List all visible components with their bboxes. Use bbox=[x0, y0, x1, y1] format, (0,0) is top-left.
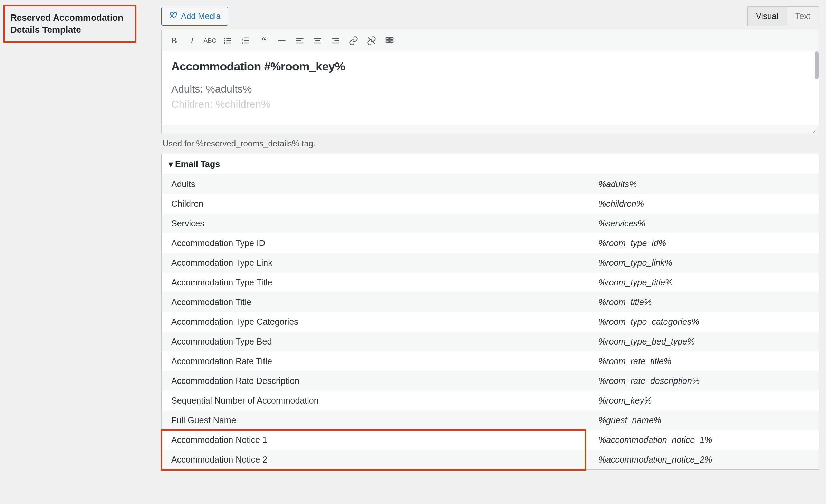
tag-label: Accommodation Type ID bbox=[162, 233, 589, 253]
svg-rect-19 bbox=[314, 43, 321, 43]
email-tags-title: Email Tags bbox=[175, 159, 220, 169]
editor-toolbar: B I ABC 123 “ bbox=[162, 30, 819, 51]
tag-label: Accommodation Title bbox=[162, 292, 589, 312]
tag-value: %room_type_categories% bbox=[589, 312, 819, 332]
tag-label: Accommodation Type Bed bbox=[162, 332, 589, 351]
tab-text[interactable]: Text bbox=[787, 7, 819, 26]
svg-rect-18 bbox=[315, 40, 320, 41]
svg-rect-12 bbox=[244, 43, 249, 43]
svg-rect-2 bbox=[226, 38, 231, 39]
add-media-button[interactable]: Add Media bbox=[161, 7, 228, 26]
triangle-down-icon: ▾ bbox=[169, 159, 173, 169]
tag-value: %children% bbox=[589, 194, 819, 214]
align-right-icon[interactable] bbox=[327, 34, 344, 48]
table-row: Children%children% bbox=[162, 194, 819, 214]
editor-line-1: Adults: %adults% bbox=[171, 81, 809, 97]
tag-value: %guest_name% bbox=[589, 410, 819, 430]
italic-icon[interactable]: I bbox=[184, 34, 200, 48]
align-center-icon[interactable] bbox=[309, 34, 326, 48]
tag-label: Adults bbox=[162, 174, 589, 194]
tag-value: %room_rate_title% bbox=[589, 351, 819, 371]
svg-rect-4 bbox=[226, 40, 231, 41]
tag-value: %room_type_link% bbox=[589, 253, 819, 273]
highlight-annotation bbox=[161, 429, 586, 471]
svg-rect-28 bbox=[390, 38, 391, 39]
tag-value: %accommodation_notice_2% bbox=[589, 450, 819, 469]
svg-rect-16 bbox=[296, 43, 304, 43]
editor-line-2: Children: %children% bbox=[171, 97, 809, 112]
table-row: Accommodation Type Categories%room_type_… bbox=[162, 312, 819, 332]
table-row: Accommodation Type Bed%room_type_bed_typ… bbox=[162, 332, 819, 351]
tag-value: %room_title% bbox=[589, 292, 819, 312]
svg-rect-34 bbox=[390, 41, 391, 42]
scrollbar-thumb[interactable] bbox=[815, 51, 819, 79]
quote-icon[interactable]: “ bbox=[256, 34, 272, 48]
editor-heading: Accommodation #%room_key% bbox=[171, 60, 809, 73]
editor-content[interactable]: Accommodation #%room_key% Adults: %adult… bbox=[162, 51, 819, 125]
tag-value: %services% bbox=[589, 214, 819, 233]
tag-label: Accommodation Type Link bbox=[162, 253, 589, 273]
svg-rect-17 bbox=[314, 38, 321, 39]
email-tags-toggle[interactable]: ▾ Email Tags bbox=[162, 154, 819, 174]
svg-rect-13 bbox=[278, 40, 286, 41]
table-row: Services%services% bbox=[162, 214, 819, 233]
svg-rect-33 bbox=[389, 41, 390, 42]
table-row: Sequential Number of Accommodation%room_… bbox=[162, 391, 819, 410]
svg-point-3 bbox=[224, 40, 225, 42]
svg-text:3: 3 bbox=[241, 41, 243, 45]
tag-label: Accommodation Type Title bbox=[162, 273, 589, 292]
tag-label: Services bbox=[162, 214, 589, 233]
tab-visual[interactable]: Visual bbox=[748, 7, 787, 26]
add-media-label: Add Media bbox=[181, 11, 221, 21]
link-icon[interactable] bbox=[345, 34, 362, 48]
svg-rect-15 bbox=[296, 40, 301, 41]
email-tags-table: Adults%adults%Children%children%Services… bbox=[162, 174, 819, 469]
editor-box: B I ABC 123 “ bbox=[161, 30, 819, 134]
table-row: Accommodation Type ID%room_type_id% bbox=[162, 233, 819, 253]
toolbar-toggle-icon[interactable] bbox=[381, 34, 398, 48]
svg-rect-10 bbox=[244, 40, 249, 41]
svg-rect-32 bbox=[388, 41, 388, 42]
align-left-icon[interactable] bbox=[291, 34, 308, 48]
svg-rect-35 bbox=[392, 41, 392, 42]
hr-icon[interactable] bbox=[273, 34, 290, 48]
bullet-list-icon[interactable] bbox=[220, 34, 236, 48]
table-row: Accommodation Rate Title%room_rate_title… bbox=[162, 351, 819, 371]
tag-label: Accommodation Type Categories bbox=[162, 312, 589, 332]
svg-point-5 bbox=[224, 42, 225, 44]
svg-rect-22 bbox=[332, 43, 339, 43]
bold-icon[interactable]: B bbox=[166, 34, 182, 48]
tag-value: %room_type_bed_type% bbox=[589, 332, 819, 351]
strikethrough-icon[interactable]: ABC bbox=[202, 34, 218, 48]
svg-rect-29 bbox=[392, 38, 392, 39]
section-title: Reserved Accommodation Details Template bbox=[3, 5, 136, 43]
table-row: Adults%adults% bbox=[162, 174, 819, 194]
tag-label: Accommodation Rate Description bbox=[162, 371, 589, 391]
table-row: Accommodation Rate Description%room_rate… bbox=[162, 371, 819, 391]
table-row: Full Guest Name%guest_name% bbox=[162, 410, 819, 430]
tag-value: %adults% bbox=[589, 174, 819, 194]
svg-rect-21 bbox=[335, 40, 339, 41]
table-row: Accommodation Type Title%room_type_title… bbox=[162, 273, 819, 292]
tag-value: %room_rate_description% bbox=[589, 371, 819, 391]
tag-label: Children bbox=[162, 194, 589, 214]
table-row: Accommodation Title%room_title% bbox=[162, 292, 819, 312]
svg-rect-26 bbox=[388, 38, 388, 39]
svg-rect-31 bbox=[387, 41, 387, 42]
tag-label: Accommodation Rate Title bbox=[162, 351, 589, 371]
unlink-icon[interactable] bbox=[363, 34, 380, 48]
svg-rect-8 bbox=[244, 38, 249, 38]
email-tags-box: ▾ Email Tags Adults%adults%Children%chil… bbox=[161, 154, 819, 470]
resize-handle[interactable] bbox=[162, 125, 819, 134]
svg-rect-20 bbox=[332, 38, 339, 39]
tag-label: Sequential Number of Accommodation bbox=[162, 391, 589, 410]
tag-value: %room_type_title% bbox=[589, 273, 819, 292]
editor-tabs: Visual Text bbox=[747, 6, 819, 26]
tag-label: Full Guest Name bbox=[162, 410, 589, 430]
svg-rect-14 bbox=[296, 38, 304, 39]
svg-point-0 bbox=[170, 12, 173, 15]
numbered-list-icon[interactable]: 123 bbox=[238, 34, 254, 48]
svg-rect-6 bbox=[226, 43, 231, 43]
svg-rect-27 bbox=[389, 38, 390, 39]
media-icon bbox=[169, 11, 177, 22]
